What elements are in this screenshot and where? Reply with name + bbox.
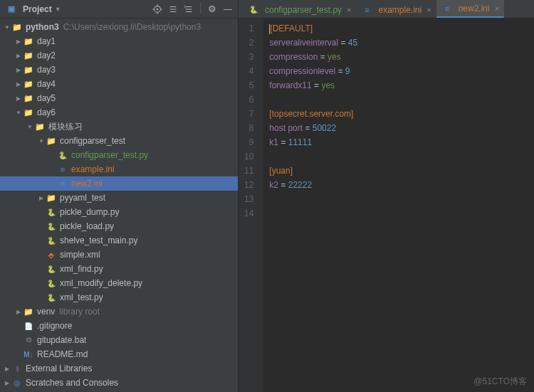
tree-item-day6[interactable]: 📁day6 bbox=[0, 105, 238, 120]
ini-file-icon: ≡ bbox=[57, 179, 68, 189]
panel-title-text: Project bbox=[23, 4, 52, 14]
editor-tabs: 🐍configparser_test.py× ≡example.ini× ≡ne… bbox=[239, 0, 534, 18]
python-file-icon: 🐍 bbox=[46, 235, 57, 245]
tree-item-pickle-dump[interactable]: 🐍pickle_dump.py bbox=[0, 205, 238, 219]
gutter: 1234567891011121314 bbox=[239, 18, 263, 392]
python-file-icon: 🐍 bbox=[46, 278, 57, 288]
tree-item-venv[interactable]: 📁venvlibrary root bbox=[0, 304, 238, 319]
folder-icon: 📁 bbox=[23, 36, 34, 46]
tree-item-xml-test[interactable]: 🐍xml_test.py bbox=[0, 290, 238, 304]
collapse-all-button[interactable] bbox=[182, 2, 196, 16]
project-icon: ▣ bbox=[6, 4, 17, 14]
folder-icon: 📁 bbox=[23, 51, 34, 60]
python-file-icon: 🐍 bbox=[46, 264, 57, 274]
code-area[interactable]: 1234567891011121314 [DEFAULT] serveraliv… bbox=[239, 18, 534, 392]
xml-file-icon: ⬘ bbox=[46, 250, 57, 260]
chevron-down-icon: ▼ bbox=[55, 6, 61, 13]
tab-example-ini[interactable]: ≡example.ini× bbox=[357, 1, 436, 18]
folder-icon: 📁 bbox=[46, 193, 57, 203]
tab-configparser-test[interactable]: 🐍configparser_test.py× bbox=[243, 1, 357, 18]
tree-item-xml-mod[interactable]: 🐍xml_modify_delete.py bbox=[0, 276, 238, 290]
tree-item-gitupdate[interactable]: ⧉gitupdate.bat bbox=[0, 333, 238, 347]
library-icon: ⫴ bbox=[11, 364, 23, 374]
tab-new2-ini[interactable]: ≡new2.ini× bbox=[436, 0, 504, 18]
tree-item-day1[interactable]: 📁day1 bbox=[0, 34, 238, 48]
tree-item-day3[interactable]: 📁day3 bbox=[0, 63, 238, 77]
locate-button[interactable] bbox=[150, 2, 164, 16]
python-file-icon: 🐍 bbox=[46, 292, 57, 302]
project-panel: ▣ Project ▼ ⚙ — 📁python3C:\Users\zexiong… bbox=[0, 0, 239, 392]
project-panel-title[interactable]: ▣ Project ▼ bbox=[6, 4, 150, 14]
python-file-icon: 🐍 bbox=[46, 207, 57, 217]
tree-root[interactable]: 📁python3C:\Users\zexiong.li\Desktop\pyth… bbox=[0, 20, 238, 34]
settings-button[interactable]: ⚙ bbox=[205, 2, 219, 16]
expand-all-button[interactable] bbox=[166, 2, 180, 16]
tree-item-shelve[interactable]: 🐍shelve_test_main.py bbox=[0, 233, 238, 248]
tree-item-external[interactable]: ⫴External Libraries bbox=[0, 361, 238, 376]
folder-icon: 📁 bbox=[46, 136, 57, 146]
tree-item-gitignore[interactable]: 📄.gitignore bbox=[0, 319, 238, 333]
close-icon[interactable]: × bbox=[347, 6, 351, 14]
ini-file-icon: ≡ bbox=[362, 5, 373, 15]
toolbar-divider bbox=[200, 2, 201, 14]
tree-item-configparser-dir[interactable]: 📁configparser_test bbox=[0, 134, 238, 148]
tree-item-module-dir[interactable]: 📁模块练习 bbox=[0, 120, 238, 134]
bat-file-icon: ⧉ bbox=[23, 335, 34, 345]
file-icon: 📄 bbox=[23, 321, 34, 331]
tree-item-day4[interactable]: 📁day4 bbox=[0, 77, 238, 91]
tree-item-scratches[interactable]: ◎Scratches and Consoles bbox=[0, 376, 238, 390]
ini-file-icon: ≡ bbox=[57, 164, 68, 174]
project-panel-header: ▣ Project ▼ ⚙ — bbox=[0, 0, 238, 18]
tree-item-day2[interactable]: 📁day2 bbox=[0, 48, 238, 63]
tree-item-example-ini[interactable]: ≡example.ini bbox=[0, 162, 238, 176]
folder-icon: 📁 bbox=[23, 93, 34, 103]
folder-icon: 📁 bbox=[23, 79, 34, 89]
tree-item-simple-xml[interactable]: ⬘simple.xml bbox=[0, 248, 238, 262]
python-file-icon: 🐍 bbox=[57, 150, 68, 160]
python-file-icon: 🐍 bbox=[248, 5, 259, 15]
markdown-file-icon: M↓ bbox=[23, 349, 34, 359]
tree-item-pyyaml[interactable]: 📁pyyaml_test bbox=[0, 191, 238, 205]
folder-icon: 📁 bbox=[23, 65, 34, 75]
tree-item-day5[interactable]: 📁day5 bbox=[0, 91, 238, 105]
tree-item-new2-ini[interactable]: ≡new2.ini bbox=[0, 176, 238, 191]
folder-icon: 📁 bbox=[23, 307, 34, 317]
python-file-icon: 🐍 bbox=[46, 221, 57, 231]
close-icon[interactable]: × bbox=[495, 4, 499, 13]
editor: 🐍configparser_test.py× ≡example.ini× ≡ne… bbox=[239, 0, 534, 392]
tree-item-xml-find[interactable]: 🐍xml_find.py bbox=[0, 262, 238, 276]
code-content[interactable]: [DEFAULT] serveraliveinterval = 45 compr… bbox=[263, 18, 363, 392]
svg-point-1 bbox=[157, 8, 159, 10]
folder-icon: 📁 bbox=[34, 122, 46, 132]
tree-item-pickle-load[interactable]: 🐍pickle_load.py bbox=[0, 219, 238, 233]
tree-item-configparser-py[interactable]: 🐍configparser_test.py bbox=[0, 148, 238, 162]
close-icon[interactable]: × bbox=[426, 6, 431, 14]
tree-item-readme[interactable]: M↓README.md bbox=[0, 347, 238, 361]
folder-icon: 📁 bbox=[11, 22, 23, 32]
ini-file-icon: ≡ bbox=[441, 4, 453, 14]
scratches-icon: ◎ bbox=[11, 378, 23, 388]
folder-icon: 📁 bbox=[23, 107, 34, 117]
hide-button[interactable]: — bbox=[221, 2, 235, 16]
project-tree: 📁python3C:\Users\zexiong.li\Desktop\pyth… bbox=[0, 18, 238, 392]
